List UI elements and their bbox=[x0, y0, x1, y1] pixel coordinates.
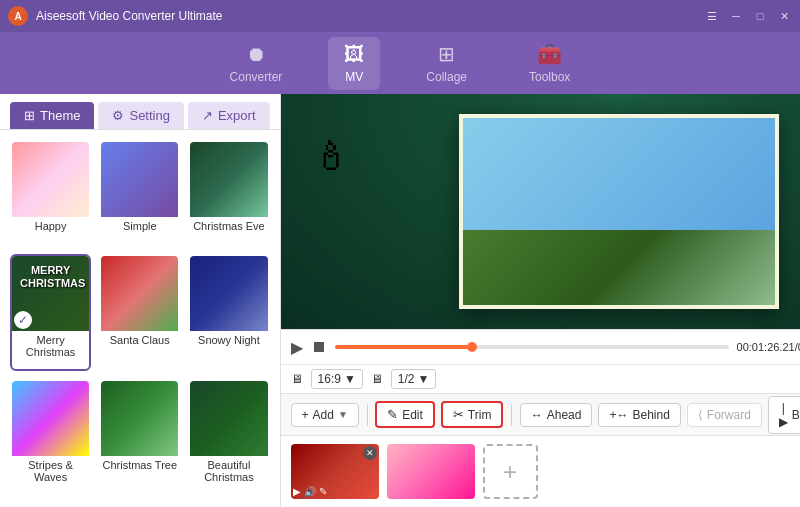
theme-item-merry-christmas[interactable]: MERRYCHRISTMAS✓Merry Christmas bbox=[10, 254, 91, 372]
behind-icon: +↔ bbox=[609, 408, 628, 422]
left-panel: ⊞ Theme ⚙ Setting ↗ Export HappySimpleCh… bbox=[0, 94, 281, 507]
filmstrip: ✕ ▶ 🔊 ✎ + bbox=[281, 435, 800, 507]
theme-item-christmas-eve[interactable]: Christmas Eve bbox=[188, 140, 269, 246]
time-display: 00:01:26.21/00:07:25.04 bbox=[737, 341, 800, 353]
scale-select[interactable]: 1/2 ▼ bbox=[391, 369, 437, 389]
film-item-2[interactable] bbox=[387, 444, 475, 499]
candle-decoration: 🕯 bbox=[311, 134, 351, 179]
theme-label-simple: Simple bbox=[101, 217, 178, 235]
theme-label-merry-christmas: Merry Christmas bbox=[12, 331, 89, 361]
backward-button[interactable]: |▶ Backward bbox=[768, 396, 800, 434]
tab-theme[interactable]: ⊞ Theme bbox=[10, 102, 94, 129]
theme-thumb-stripes-waves bbox=[12, 381, 89, 456]
theme-thumb-christmas-tree bbox=[101, 381, 178, 456]
monitor-icon: 🖥 bbox=[291, 372, 303, 386]
ratio-chevron: ▼ bbox=[344, 372, 356, 386]
edit-icon: ✎ bbox=[387, 407, 398, 422]
nav-mv-label: MV bbox=[345, 70, 363, 84]
window-controls: ☰ ─ □ ✕ bbox=[704, 8, 792, 24]
theme-label-beautiful-christmas: Beautiful Christmas bbox=[190, 456, 267, 486]
app-logo: A bbox=[8, 6, 28, 26]
theme-item-simple[interactable]: Simple bbox=[99, 140, 180, 246]
setting-tab-icon: ⚙ bbox=[112, 108, 124, 123]
bottom-toolbar: + Add ▼ ✎ Edit ✂ Trim ↔ Ahead +↔ Behind bbox=[281, 393, 800, 435]
tab-setting[interactable]: ⚙ Setting bbox=[98, 102, 183, 129]
ratio-bar: 🖥 16:9 ▼ 🖥 1/2 ▼ bbox=[281, 364, 800, 393]
monitor-icon-2: 🖥 bbox=[371, 372, 383, 386]
ratio-select[interactable]: 16:9 ▼ bbox=[311, 369, 363, 389]
backward-icon: |▶ bbox=[779, 401, 788, 429]
close-icon[interactable]: ✕ bbox=[776, 8, 792, 24]
controls-bar: ▶ ⏹ 00:01:26.21/00:07:25.04 🔊 Export bbox=[281, 329, 800, 364]
tab-export[interactable]: ↗ Export bbox=[188, 102, 270, 129]
film-audio-icon: 🔊 bbox=[304, 486, 316, 497]
add-button[interactable]: + Add ▼ bbox=[291, 403, 359, 427]
add-icon: + bbox=[302, 408, 309, 422]
film-item-1[interactable]: ✕ ▶ 🔊 ✎ bbox=[291, 444, 379, 499]
theme-thumb-simple bbox=[101, 142, 178, 217]
film-controls-1: ▶ 🔊 ✎ bbox=[293, 486, 327, 497]
nav-collage[interactable]: ⊞ Collage bbox=[410, 36, 483, 90]
menu-icon[interactable]: ☰ bbox=[704, 8, 720, 24]
minimize-icon[interactable]: ─ bbox=[728, 8, 744, 24]
export-tab-icon: ↗ bbox=[202, 108, 213, 123]
add-film-button[interactable]: + bbox=[483, 444, 538, 499]
theme-label-christmas-eve: Christmas Eve bbox=[190, 217, 267, 235]
toolbox-icon: 🧰 bbox=[537, 42, 562, 66]
theme-thumb-santa-claus bbox=[101, 256, 178, 331]
scale-chevron: ▼ bbox=[417, 372, 429, 386]
nav-toolbox[interactable]: 🧰 Toolbox bbox=[513, 36, 586, 90]
tab-bar: ⊞ Theme ⚙ Setting ↗ Export bbox=[0, 94, 280, 130]
forward-button[interactable]: ⟨ Forward bbox=[687, 403, 762, 427]
theme-item-santa-claus[interactable]: Santa Claus bbox=[99, 254, 180, 372]
theme-label-santa-claus: Santa Claus bbox=[101, 331, 178, 349]
forward-icon: ⟨ bbox=[698, 408, 703, 422]
film-play-icon: ▶ bbox=[293, 486, 301, 497]
theme-thumb-christmas-eve bbox=[190, 142, 267, 217]
add-dropdown-arrow: ▼ bbox=[338, 409, 348, 420]
navbar: ⏺ Converter 🖼 MV ⊞ Collage 🧰 Toolbox bbox=[0, 32, 800, 94]
theme-label-snowy-night: Snowy Night bbox=[190, 331, 267, 349]
play-button[interactable]: ▶ bbox=[291, 338, 303, 357]
theme-label-christmas-tree: Christmas Tree bbox=[101, 456, 178, 474]
theme-thumb-merry-christmas: MERRYCHRISTMAS✓ bbox=[12, 256, 89, 331]
theme-item-happy[interactable]: Happy bbox=[10, 140, 91, 246]
nav-collage-label: Collage bbox=[426, 70, 467, 84]
behind-button[interactable]: +↔ Behind bbox=[598, 403, 680, 427]
edit-button[interactable]: ✎ Edit bbox=[375, 401, 435, 428]
theme-item-beautiful-christmas[interactable]: Beautiful Christmas bbox=[188, 379, 269, 497]
theme-grid: HappySimpleChristmas EveMERRYCHRISTMAS✓M… bbox=[0, 130, 280, 507]
theme-item-christmas-tree[interactable]: Christmas Tree bbox=[99, 379, 180, 497]
nav-mv[interactable]: 🖼 MV bbox=[328, 37, 380, 90]
progress-fill bbox=[335, 345, 473, 349]
nav-converter[interactable]: ⏺ Converter bbox=[214, 37, 299, 90]
right-panel: 🕯 🎀 ▶ ⏹ 00:01:26.21/00:07:25.04 🔊 bbox=[281, 94, 800, 507]
theme-item-stripes-waves[interactable]: Stripes & Waves bbox=[10, 379, 91, 497]
ahead-icon: ↔ bbox=[531, 408, 543, 422]
nav-toolbox-label: Toolbox bbox=[529, 70, 570, 84]
theme-thumb-snowy-night bbox=[190, 256, 267, 331]
theme-item-snowy-night[interactable]: Snowy Night bbox=[188, 254, 269, 372]
trim-button[interactable]: ✂ Trim bbox=[441, 401, 504, 428]
theme-tab-icon: ⊞ bbox=[24, 108, 35, 123]
mv-icon: 🖼 bbox=[344, 43, 364, 66]
progress-bar[interactable] bbox=[335, 345, 729, 349]
app-title: Aiseesoft Video Converter Ultimate bbox=[36, 9, 704, 23]
film-remove-1[interactable]: ✕ bbox=[363, 446, 377, 460]
main-area: ⊞ Theme ⚙ Setting ↗ Export HappySimpleCh… bbox=[0, 94, 800, 507]
preview-video bbox=[463, 118, 775, 305]
ahead-button[interactable]: ↔ Ahead bbox=[520, 403, 593, 427]
converter-icon: ⏺ bbox=[246, 43, 266, 66]
theme-label-stripes-waves: Stripes & Waves bbox=[12, 456, 89, 486]
nav-converter-label: Converter bbox=[230, 70, 283, 84]
progress-dot bbox=[467, 342, 477, 352]
theme-label-happy: Happy bbox=[12, 217, 89, 235]
trim-icon: ✂ bbox=[453, 407, 464, 422]
preview-frame bbox=[459, 114, 779, 309]
theme-thumb-happy bbox=[12, 142, 89, 217]
stop-button[interactable]: ⏹ bbox=[311, 338, 327, 356]
film-edit-icon: ✎ bbox=[319, 486, 327, 497]
maximize-icon[interactable]: □ bbox=[752, 8, 768, 24]
collage-icon: ⊞ bbox=[438, 42, 455, 66]
theme-thumb-beautiful-christmas bbox=[190, 381, 267, 456]
